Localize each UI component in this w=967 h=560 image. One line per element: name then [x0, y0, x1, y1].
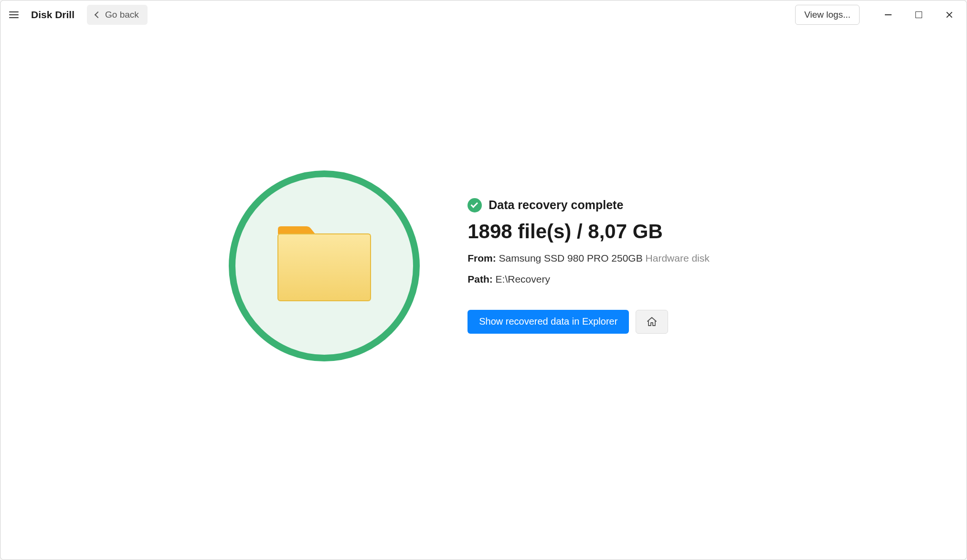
status-row: Data recovery complete [468, 198, 710, 212]
show-in-explorer-button[interactable]: Show recovered data in Explorer [468, 310, 629, 334]
from-type: Hardware disk [646, 253, 710, 264]
menu-button[interactable] [4, 5, 23, 24]
view-logs-button[interactable]: View logs... [795, 5, 860, 25]
hamburger-icon [9, 11, 19, 18]
folder-icon [274, 225, 374, 306]
titlebar: Disk Drill Go back View logs... [0, 0, 967, 29]
close-icon [946, 11, 953, 19]
from-row: From: Samsung SSD 980 PRO 250GB Hardware… [468, 253, 710, 264]
path-label: Path: [468, 274, 493, 285]
recovery-container: Data recovery complete 1898 file(s) / 8,… [229, 170, 710, 361]
minimize-icon [885, 14, 892, 15]
app-title: Disk Drill [31, 9, 74, 21]
app-window: Disk Drill Go back View logs... [0, 0, 967, 560]
status-text: Data recovery complete [489, 198, 623, 212]
home-icon [646, 316, 658, 328]
minimize-button[interactable] [875, 5, 902, 24]
success-circle [229, 170, 420, 361]
action-row: Show recovered data in Explorer [468, 310, 710, 334]
content-area: Data recovery complete 1898 file(s) / 8,… [0, 29, 967, 560]
folder-graphic [229, 170, 420, 361]
close-button[interactable] [936, 5, 963, 24]
from-value: Samsung SSD 980 PRO 250GB [499, 253, 643, 264]
files-count-heading: 1898 file(s) / 8,07 GB [468, 220, 710, 243]
go-back-button[interactable]: Go back [87, 5, 148, 25]
window-controls [875, 5, 963, 24]
maximize-icon [915, 11, 922, 18]
from-label: From: [468, 253, 496, 264]
go-back-label: Go back [105, 10, 139, 20]
maximize-button[interactable] [905, 5, 932, 24]
path-row: Path: E:\Recovery [468, 274, 710, 285]
checkmark-icon [468, 198, 482, 212]
path-value: E:\Recovery [496, 274, 550, 285]
info-block: Data recovery complete 1898 file(s) / 8,… [468, 198, 710, 334]
chevron-left-icon [95, 11, 101, 18]
home-button[interactable] [636, 310, 668, 334]
